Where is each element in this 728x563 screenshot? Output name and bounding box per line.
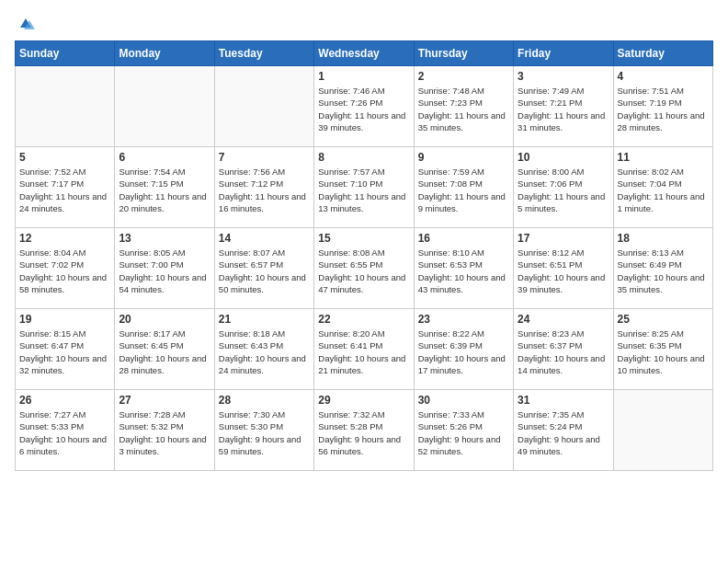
calendar-cell: 22Sunrise: 8:20 AM Sunset: 6:41 PM Dayli… [314,309,414,390]
day-info: Sunrise: 8:08 AM Sunset: 6:55 PM Dayligh… [318,247,409,295]
logo-icon [17,15,35,33]
day-number: 20 [119,313,210,326]
day-number: 2 [418,70,509,83]
day-info: Sunrise: 8:10 AM Sunset: 6:53 PM Dayligh… [418,247,509,295]
day-number: 22 [318,313,409,326]
weekday-header-saturday: Saturday [613,41,712,66]
day-info: Sunrise: 7:54 AM Sunset: 7:15 PM Dayligh… [119,166,210,214]
day-info: Sunrise: 8:04 AM Sunset: 7:02 PM Dayligh… [19,247,110,295]
day-info: Sunrise: 7:35 AM Sunset: 5:24 PM Dayligh… [518,408,609,457]
day-info: Sunrise: 7:33 AM Sunset: 5:26 PM Dayligh… [418,408,509,457]
calendar-cell: 5Sunrise: 7:52 AM Sunset: 7:17 PM Daylig… [16,147,115,228]
calendar-cell: 9Sunrise: 7:59 AM Sunset: 7:08 PM Daylig… [414,147,513,228]
day-number: 8 [318,151,409,164]
calendar-cell: 31Sunrise: 7:35 AM Sunset: 5:24 PM Dayli… [514,390,613,471]
calendar-cell: 4Sunrise: 7:51 AM Sunset: 7:19 PM Daylig… [613,66,712,147]
day-number: 26 [19,394,110,407]
calendar-cell: 6Sunrise: 7:54 AM Sunset: 7:15 PM Daylig… [115,147,214,228]
calendar-table: SundayMondayTuesdayWednesdayThursdayFrid… [15,40,713,471]
calendar-cell: 17Sunrise: 8:12 AM Sunset: 6:51 PM Dayli… [514,228,613,309]
calendar-cell: 14Sunrise: 8:07 AM Sunset: 6:57 PM Dayli… [214,228,313,309]
weekday-header-friday: Friday [514,41,613,66]
day-info: Sunrise: 7:51 AM Sunset: 7:19 PM Dayligh… [618,85,709,133]
day-number: 28 [219,394,310,407]
calendar-week-5: 26Sunrise: 7:27 AM Sunset: 5:33 PM Dayli… [16,390,713,471]
calendar-cell: 15Sunrise: 8:08 AM Sunset: 6:55 PM Dayli… [314,228,414,309]
day-info: Sunrise: 8:15 AM Sunset: 6:47 PM Dayligh… [19,327,110,376]
page-header [15,15,713,33]
calendar-cell: 1Sunrise: 7:46 AM Sunset: 7:26 PM Daylig… [314,66,414,147]
day-info: Sunrise: 7:48 AM Sunset: 7:23 PM Dayligh… [418,85,509,133]
day-info: Sunrise: 8:25 AM Sunset: 6:35 PM Dayligh… [618,327,709,376]
calendar-cell: 7Sunrise: 7:56 AM Sunset: 7:12 PM Daylig… [214,147,313,228]
calendar-cell: 28Sunrise: 7:30 AM Sunset: 5:30 PM Dayli… [214,390,313,471]
day-info: Sunrise: 8:22 AM Sunset: 6:39 PM Dayligh… [418,327,509,376]
day-number: 5 [19,151,110,164]
calendar-cell: 10Sunrise: 8:00 AM Sunset: 7:06 PM Dayli… [514,147,613,228]
day-info: Sunrise: 8:02 AM Sunset: 7:04 PM Dayligh… [618,166,709,214]
calendar-cell: 13Sunrise: 8:05 AM Sunset: 7:00 PM Dayli… [115,228,214,309]
day-number: 4 [618,70,709,83]
day-number: 1 [318,70,409,83]
weekday-header-monday: Monday [115,41,214,66]
day-info: Sunrise: 7:46 AM Sunset: 7:26 PM Dayligh… [318,85,409,133]
calendar-cell: 8Sunrise: 7:57 AM Sunset: 7:10 PM Daylig… [314,147,414,228]
calendar-cell: 29Sunrise: 7:32 AM Sunset: 5:28 PM Dayli… [314,390,414,471]
day-number: 29 [318,394,409,407]
day-number: 23 [418,313,509,326]
logo [15,15,35,33]
calendar-cell: 16Sunrise: 8:10 AM Sunset: 6:53 PM Dayli… [414,228,513,309]
day-info: Sunrise: 7:52 AM Sunset: 7:17 PM Dayligh… [19,166,110,214]
day-info: Sunrise: 8:00 AM Sunset: 7:06 PM Dayligh… [518,166,609,214]
calendar-cell: 25Sunrise: 8:25 AM Sunset: 6:35 PM Dayli… [613,309,712,390]
day-info: Sunrise: 8:12 AM Sunset: 6:51 PM Dayligh… [518,247,609,295]
day-number: 30 [418,394,509,407]
day-number: 11 [618,151,709,164]
weekday-header-sunday: Sunday [16,41,115,66]
day-number: 15 [318,232,409,245]
day-info: Sunrise: 8:05 AM Sunset: 7:00 PM Dayligh… [119,247,210,295]
day-info: Sunrise: 8:13 AM Sunset: 6:49 PM Dayligh… [618,247,709,295]
calendar-cell: 27Sunrise: 7:28 AM Sunset: 5:32 PM Dayli… [115,390,214,471]
calendar-cell: 19Sunrise: 8:15 AM Sunset: 6:47 PM Dayli… [16,309,115,390]
day-number: 13 [119,232,210,245]
calendar-cell: 20Sunrise: 8:17 AM Sunset: 6:45 PM Dayli… [115,309,214,390]
day-number: 9 [418,151,509,164]
calendar-week-2: 5Sunrise: 7:52 AM Sunset: 7:17 PM Daylig… [16,147,713,228]
day-info: Sunrise: 8:07 AM Sunset: 6:57 PM Dayligh… [219,247,310,295]
day-info: Sunrise: 8:17 AM Sunset: 6:45 PM Dayligh… [119,327,210,376]
calendar-cell: 11Sunrise: 8:02 AM Sunset: 7:04 PM Dayli… [613,147,712,228]
day-number: 18 [618,232,709,245]
day-number: 16 [418,232,509,245]
calendar-cell [613,390,712,471]
calendar-cell [16,66,115,147]
day-number: 21 [219,313,310,326]
day-number: 6 [119,151,210,164]
day-number: 10 [518,151,609,164]
calendar-cell: 30Sunrise: 7:33 AM Sunset: 5:26 PM Dayli… [414,390,513,471]
calendar-cell [115,66,214,147]
day-info: Sunrise: 7:49 AM Sunset: 7:21 PM Dayligh… [518,85,609,133]
weekday-header-thursday: Thursday [414,41,513,66]
day-info: Sunrise: 8:20 AM Sunset: 6:41 PM Dayligh… [318,327,409,376]
day-info: Sunrise: 7:28 AM Sunset: 5:32 PM Dayligh… [119,408,210,457]
calendar-week-1: 1Sunrise: 7:46 AM Sunset: 7:26 PM Daylig… [16,66,713,147]
calendar-cell: 12Sunrise: 8:04 AM Sunset: 7:02 PM Dayli… [16,228,115,309]
day-number: 14 [219,232,310,245]
day-info: Sunrise: 7:32 AM Sunset: 5:28 PM Dayligh… [318,408,409,457]
day-info: Sunrise: 7:27 AM Sunset: 5:33 PM Dayligh… [19,408,110,457]
day-number: 19 [19,313,110,326]
day-info: Sunrise: 8:18 AM Sunset: 6:43 PM Dayligh… [219,327,310,376]
day-info: Sunrise: 7:56 AM Sunset: 7:12 PM Dayligh… [219,166,310,214]
calendar-cell: 3Sunrise: 7:49 AM Sunset: 7:21 PM Daylig… [514,66,613,147]
day-number: 27 [119,394,210,407]
calendar-cell: 21Sunrise: 8:18 AM Sunset: 6:43 PM Dayli… [214,309,313,390]
day-number: 31 [518,394,609,407]
calendar-cell: 26Sunrise: 7:27 AM Sunset: 5:33 PM Dayli… [16,390,115,471]
day-number: 24 [518,313,609,326]
day-info: Sunrise: 7:57 AM Sunset: 7:10 PM Dayligh… [318,166,409,214]
calendar-week-3: 12Sunrise: 8:04 AM Sunset: 7:02 PM Dayli… [16,228,713,309]
calendar-cell: 24Sunrise: 8:23 AM Sunset: 6:37 PM Dayli… [514,309,613,390]
day-number: 17 [518,232,609,245]
calendar-cell [214,66,313,147]
